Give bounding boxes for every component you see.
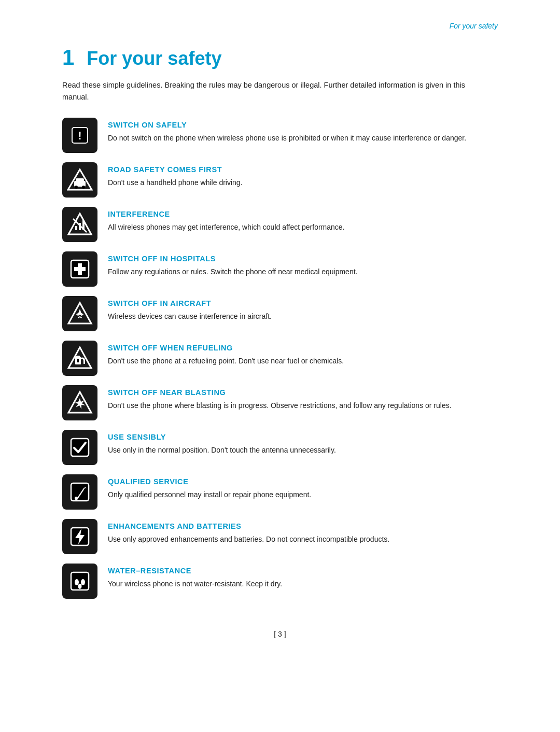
qualified-service-title: QUALIFIED SERVICE	[108, 476, 311, 488]
chapter-number: 1	[62, 47, 74, 68]
blasting-content: SWITCH OFF NEAR BLASTING Don't use the p…	[108, 385, 452, 411]
hospitals-icon	[62, 251, 97, 287]
list-item: SWITCH OFF WHEN REFUELING Don't use the …	[62, 341, 498, 376]
interference-icon	[62, 207, 97, 242]
qualified-service-content: QUALIFIED SERVICE Only qualified personn…	[108, 474, 311, 500]
svg-rect-14	[74, 267, 86, 271]
use-sensibly-title: USE SENSIBLY	[108, 432, 336, 443]
svg-point-6	[82, 186, 85, 189]
list-item: SWITCH OFF IN HOSPITALS Follow any regul…	[62, 251, 498, 287]
water-resistance-desc: Your wireless phone is not water-resista…	[108, 579, 282, 589]
svg-rect-4	[76, 178, 84, 182]
aircraft-desc: Wireless devices can cause interference …	[108, 311, 272, 322]
refueling-icon	[62, 341, 97, 376]
hospitals-title: SWITCH OFF IN HOSPITALS	[108, 254, 357, 265]
road-safety-title: ROAD SAFETY COMES FIRST	[108, 164, 243, 176]
list-item: WATER–RESISTANCE Your wireless phone is …	[62, 564, 498, 599]
list-item: QUALIFIED SERVICE Only qualified personn…	[62, 474, 498, 510]
aircraft-icon	[62, 296, 97, 331]
enhancements-icon	[62, 519, 97, 554]
qualified-service-icon	[62, 474, 97, 510]
aircraft-title: SWITCH OFF IN AIRCRAFT	[108, 298, 272, 309]
road-safety-desc: Don't use a handheld phone while driving…	[108, 177, 243, 188]
water-resistance-title: WATER–RESISTANCE	[108, 566, 282, 577]
list-item: ROAD SAFETY COMES FIRST Don't use a hand…	[62, 162, 498, 198]
list-item: SWITCH OFF NEAR BLASTING Don't use the p…	[62, 385, 498, 420]
interference-content: INTERFERENCE All wireless phones may get…	[108, 207, 345, 233]
road-safety-content: ROAD SAFETY COMES FIRST Don't use a hand…	[108, 162, 243, 188]
refueling-desc: Don't use the phone at a refueling point…	[108, 356, 344, 367]
svg-rect-23	[71, 483, 89, 501]
enhancements-desc: Use only approved enhancements and batte…	[108, 534, 389, 545]
svg-point-5	[75, 186, 78, 189]
chapter-title: 1 For your safety	[62, 47, 498, 69]
svg-point-24	[75, 497, 78, 500]
interference-title: INTERFERENCE	[108, 209, 345, 220]
blasting-title: SWITCH OFF NEAR BLASTING	[108, 387, 452, 399]
blasting-desc: Don't use the phone where blasting is in…	[108, 400, 452, 411]
refueling-title: SWITCH OFF WHEN REFUELING	[108, 343, 344, 354]
chapter-name: For your safety	[87, 48, 221, 69]
list-item: SWITCH OFF IN AIRCRAFT Wireless devices …	[62, 296, 498, 331]
list-item: USE SENSIBLY Use only in the normal posi…	[62, 430, 498, 465]
intro-text: Read these simple guidelines. Breaking t…	[62, 79, 487, 103]
water-resistance-content: WATER–RESISTANCE Your wireless phone is …	[108, 564, 282, 589]
use-sensibly-content: USE SENSIBLY Use only in the normal posi…	[108, 430, 336, 456]
hospitals-content: SWITCH OFF IN HOSPITALS Follow any regul…	[108, 251, 357, 277]
refueling-content: SWITCH OFF WHEN REFUELING Don't use the …	[108, 341, 344, 367]
svg-rect-19	[76, 356, 80, 358]
switch-on-safely-desc: Do not switch on the phone when wireless…	[108, 133, 466, 144]
svg-rect-8	[75, 226, 77, 230]
interference-desc: All wireless phones may get interference…	[108, 222, 345, 233]
hospitals-desc: Follow any regulations or rules. Switch …	[108, 266, 357, 277]
safety-items-list: ! SWITCH ON SAFELY Do not switch on the …	[62, 118, 498, 608]
road-safety-icon	[62, 162, 97, 198]
list-item: INTERFERENCE All wireless phones may get…	[62, 207, 498, 242]
blasting-icon	[62, 385, 97, 420]
list-item: ! SWITCH ON SAFELY Do not switch on the …	[62, 118, 498, 153]
svg-text:!: !	[78, 129, 81, 142]
enhancements-content: ENHANCEMENTS AND BATTERIES Use only appr…	[108, 519, 389, 545]
page-number: [ 3 ]	[62, 629, 498, 640]
aircraft-content: SWITCH OFF IN AIRCRAFT Wireless devices …	[108, 296, 272, 322]
svg-rect-18	[77, 359, 79, 362]
switch-on-safely-icon: !	[62, 118, 97, 153]
switch-on-safely-title: SWITCH ON SAFELY	[108, 120, 466, 131]
use-sensibly-icon	[62, 430, 97, 465]
header-label: For your safety	[450, 21, 498, 32]
list-item: ENHANCEMENTS AND BATTERIES Use only appr…	[62, 519, 498, 554]
enhancements-title: ENHANCEMENTS AND BATTERIES	[108, 521, 389, 532]
qualified-service-desc: Only qualified personnel may install or …	[108, 489, 311, 500]
water-resistance-icon	[62, 564, 97, 599]
use-sensibly-desc: Use only in the normal position. Don't t…	[108, 445, 336, 456]
switch-on-safely-content: SWITCH ON SAFELY Do not switch on the ph…	[108, 118, 466, 144]
